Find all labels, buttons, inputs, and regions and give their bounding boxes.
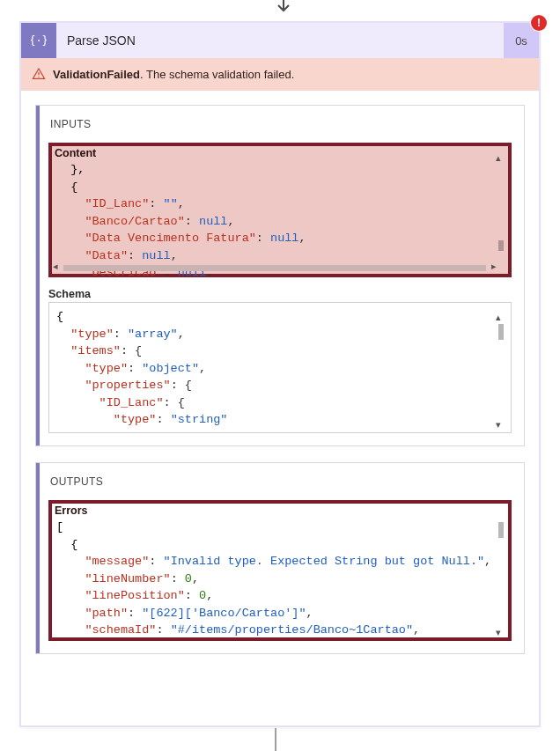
svg-text:{·}: {·} <box>31 34 47 47</box>
scroll-track[interactable] <box>63 265 486 271</box>
outputs-section: OUTPUTS Errors [ { "message": "Invalid t… <box>35 462 525 654</box>
errors-label: Errors <box>55 504 88 517</box>
scroll-thumb[interactable] <box>498 324 504 340</box>
schema-codebox[interactable]: { "type": "array", "items": { "type": "o… <box>48 302 512 433</box>
scroll-down-icon[interactable]: ▾ <box>496 627 501 638</box>
scroll-thumb[interactable] <box>498 522 504 538</box>
scroll-down-icon[interactable]: ▾ <box>496 419 501 431</box>
action-card-parse-json: {·} Parse JSON 0s ! ValidationFailed. Th… <box>21 23 539 725</box>
content-code: }, { "ID_Lanc": "", "Banco/Cartao": null… <box>49 144 511 277</box>
content-codebox[interactable]: Content }, { "ID_Lanc": "", "Banco/Carta… <box>48 143 512 277</box>
scroll-left-icon[interactable]: ◂ <box>53 261 58 272</box>
scroll-thumb[interactable] <box>498 240 504 251</box>
scroll-up-icon[interactable]: ▴ <box>496 152 501 164</box>
warning-triangle-icon <box>32 67 46 81</box>
outputs-section-title: OUTPUTS <box>50 475 512 488</box>
schema-code: { "type": "array", "items": { "type": "o… <box>49 303 511 433</box>
card-title: Parse JSON <box>56 23 504 58</box>
flow-arrow-in <box>275 0 292 21</box>
scrollbar-vertical[interactable]: ▾ <box>497 522 505 631</box>
scroll-right-icon[interactable]: ▸ <box>491 261 497 272</box>
inputs-section-title: INPUTS <box>50 118 512 130</box>
errors-codebox[interactable]: Errors [ { "message": "Invalid type. Exp… <box>48 500 512 641</box>
error-badge-icon: ! <box>531 15 547 31</box>
flow-connector-out <box>275 728 276 751</box>
scroll-up-icon[interactable]: ▴ <box>496 312 501 323</box>
errors-code: [ { "message": "Invalid type. Expected S… <box>49 501 511 641</box>
svg-point-3 <box>38 77 39 77</box>
inputs-section: INPUTS Content }, { "ID_Lanc": "", "Banc… <box>35 105 525 446</box>
card-header[interactable]: {·} Parse JSON 0s ! <box>21 23 539 58</box>
validation-error-banner: ValidationFailed. The schema validation … <box>21 58 539 91</box>
content-label: Content <box>55 147 96 159</box>
scrollbar-vertical[interactable]: ▴ ▾ <box>497 324 505 423</box>
banner-text: ValidationFailed. The schema validation … <box>53 68 294 81</box>
schema-label: Schema <box>48 288 512 300</box>
scrollbar-horizontal[interactable]: ◂ ▸ <box>55 263 495 272</box>
json-braces-icon: {·} <box>21 23 56 58</box>
scrollbar-vertical[interactable]: ▴ <box>497 165 505 268</box>
